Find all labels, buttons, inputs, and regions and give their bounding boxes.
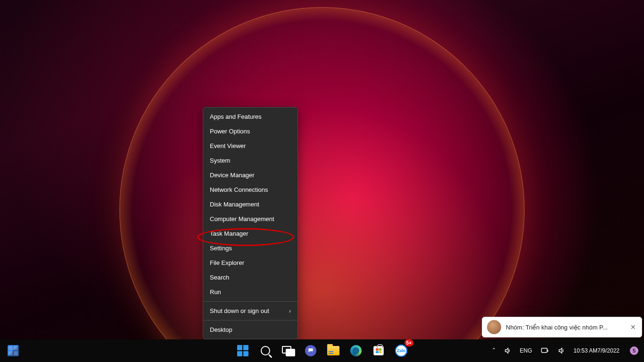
menu-item-label: Network Connections	[210, 186, 268, 193]
menu-item-label: Task Manager	[210, 230, 248, 237]
chevron-right-icon: ›	[289, 308, 291, 314]
chat-button[interactable]	[301, 341, 320, 360]
start-context-menu: Apps and Features Power Options Event Vi…	[203, 107, 298, 339]
menu-item-label: Run	[210, 288, 221, 296]
menu-item-device-manager[interactable]: Device Manager	[203, 168, 297, 182]
zalo-icon-text: Zalo	[397, 348, 406, 353]
speaker-icon	[558, 347, 565, 354]
menu-item-computer-management[interactable]: Computer Management	[203, 212, 297, 226]
menu-item-disk-management[interactable]: Disk Management	[203, 197, 297, 212]
menu-item-label: Disk Management	[210, 201, 259, 208]
desktop-wallpaper[interactable]	[0, 0, 644, 362]
menu-item-label: File Explorer	[210, 259, 244, 266]
menu-item-label: System	[210, 157, 230, 164]
menu-item-label: Computer Management	[210, 215, 274, 222]
store-icon	[373, 346, 384, 355]
menu-item-label: Apps and Features	[210, 113, 262, 120]
menu-item-label: Desktop	[210, 326, 232, 333]
menu-item-label: Event Viewer	[210, 142, 246, 149]
taskbar: Zalo 5+ ˄ ENG 10:53 AM 7/9/2022 5	[0, 339, 644, 362]
microsoft-store-button[interactable]	[369, 341, 388, 360]
menu-item-power-options[interactable]: Power Options	[203, 124, 297, 139]
chat-icon	[305, 345, 316, 356]
svg-rect-0	[541, 348, 547, 353]
menu-item-apps-and-features[interactable]: Apps and Features	[203, 109, 297, 124]
menu-item-label: Device Manager	[210, 172, 255, 179]
menu-item-shutdown[interactable]: Shut down or sign out ›	[203, 304, 297, 318]
taskbar-center: Zalo 5+	[233, 341, 411, 360]
start-button[interactable]	[233, 341, 252, 360]
menu-item-event-viewer[interactable]: Event Viewer	[203, 139, 297, 153]
search-icon	[261, 346, 270, 355]
system-tray: ˄ ENG 10:53 AM 7/9/2022 5	[489, 339, 641, 362]
menu-item-settings[interactable]: Settings	[203, 241, 297, 255]
notification-center-button[interactable]: 5	[625, 341, 641, 360]
menu-item-file-explorer[interactable]: File Explorer	[203, 255, 297, 270]
menu-separator	[203, 320, 297, 321]
chevron-up-icon: ˄	[492, 347, 495, 354]
tray-clock-button[interactable]: 10:53 AM 7/9/2022	[571, 341, 622, 360]
widgets-button[interactable]	[4, 341, 23, 360]
notification-toast[interactable]: Nhóm: Triển khai công việc nhóm P... ✕	[482, 317, 642, 337]
toast-text: Nhóm: Triển khai công việc nhóm P...	[506, 324, 625, 331]
menu-item-system[interactable]: System	[203, 153, 297, 168]
menu-item-search[interactable]: Search	[203, 270, 297, 285]
task-view-button[interactable]	[279, 341, 297, 360]
zalo-badge: 5+	[405, 339, 413, 346]
wallpaper-ring	[119, 7, 525, 362]
speaker-icon	[504, 347, 512, 354]
clock-time: 10:53 AM	[574, 347, 598, 354]
task-view-icon	[282, 346, 294, 355]
toast-close-button[interactable]: ✕	[629, 322, 637, 332]
menu-item-task-manager[interactable]: Task Manager	[203, 226, 297, 241]
edge-icon	[350, 345, 362, 356]
menu-item-label: Search	[210, 274, 229, 281]
clock-date: 7/9/2022	[597, 347, 619, 354]
tray-language-button[interactable]: ENG	[517, 341, 535, 360]
windows-logo-icon	[237, 345, 248, 356]
search-button[interactable]	[256, 341, 275, 360]
language-indicator: ENG	[520, 347, 532, 354]
zalo-button[interactable]: Zalo 5+	[392, 341, 411, 360]
menu-item-label: Shut down or sign out	[210, 307, 269, 314]
network-icon	[541, 347, 549, 354]
menu-separator	[203, 301, 297, 302]
folder-icon	[327, 346, 339, 355]
zalo-icon: Zalo	[395, 345, 407, 357]
tray-overflow-button[interactable]: ˄	[489, 341, 498, 360]
file-explorer-button[interactable]	[324, 341, 343, 360]
tray-volume-button[interactable]	[501, 341, 514, 360]
widgets-icon	[8, 345, 19, 356]
menu-item-desktop[interactable]: Desktop	[203, 322, 297, 337]
tray-network-button[interactable]	[538, 341, 552, 360]
toast-avatar-icon	[487, 320, 501, 334]
edge-button[interactable]	[347, 341, 365, 360]
menu-item-label: Settings	[210, 245, 232, 252]
menu-item-label: Power Options	[210, 128, 250, 135]
menu-item-run[interactable]: Run	[203, 285, 297, 299]
menu-item-network-connections[interactable]: Network Connections	[203, 182, 297, 197]
tray-volume-2-button[interactable]	[555, 341, 568, 360]
notification-count-badge: 5	[630, 346, 638, 355]
